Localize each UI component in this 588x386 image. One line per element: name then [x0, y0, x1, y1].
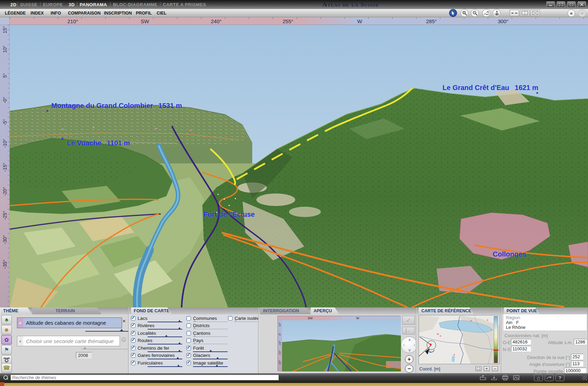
- transparency-slider[interactable]: [148, 327, 182, 330]
- restore-button[interactable]: [567, 1, 576, 8]
- transparency-slider[interactable]: [193, 357, 228, 360]
- transparency-slider[interactable]: [148, 342, 182, 345]
- mode-carte-a-prismes[interactable]: CARTE A PRISMES: [163, 2, 206, 7]
- mode-europe[interactable]: EUROPE: [43, 2, 63, 7]
- ns-field[interactable]: 110032: [511, 346, 531, 352]
- theme-search-input[interactable]: [10, 375, 279, 380]
- checkbox[interactable]: [131, 353, 135, 358]
- profile-dashed-icon[interactable]: [510, 10, 519, 16]
- checkbox[interactable]: [186, 323, 191, 328]
- checkbox[interactable]: [131, 331, 135, 335]
- preview-zoom-out-button[interactable]: −: [405, 365, 413, 373]
- theme-tourism-icon[interactable]: ✿: [1, 335, 12, 344]
- menu-info[interactable]: INFO: [51, 11, 61, 16]
- menu-profil[interactable]: PROFIL: [136, 11, 152, 16]
- year-field[interactable]: 2008: [76, 352, 92, 359]
- transparency-slider[interactable]: [148, 350, 182, 352]
- checkbox[interactable]: [131, 361, 135, 365]
- tab-terrain[interactable]: TERRAIN: [32, 307, 102, 314]
- preview-viewport[interactable]: SW W 10° 0° -10° -20° -30°: [278, 316, 401, 371]
- reference-map[interactable]: [419, 315, 500, 364]
- pan-view-icon[interactable]: [482, 9, 490, 17]
- print-icon[interactable]: [501, 375, 509, 381]
- checkbox[interactable]: [186, 361, 191, 365]
- ref-expand-button[interactable]: [475, 366, 481, 371]
- primary-theme-slider[interactable]: [85, 329, 129, 332]
- transparency-slider[interactable]: [193, 365, 228, 367]
- transparency-slider[interactable]: [148, 365, 182, 367]
- checkbox[interactable]: [131, 316, 135, 321]
- menu-legende[interactable]: LÉGENDE: [5, 11, 26, 16]
- panorama-view[interactable]: Montagne du Grand Colombier1531 m Le Gra…: [10, 25, 588, 307]
- checkbox[interactable]: [131, 338, 135, 343]
- menu-inscription[interactable]: INSCRIPTION: [104, 11, 132, 16]
- theme-population-icon[interactable]: ☻: [1, 325, 12, 334]
- chevron-right-icon[interactable]: ›: [414, 343, 415, 347]
- ref-zoom-out-button[interactable]: −: [492, 366, 498, 371]
- tab-apercu[interactable]: APERÇU: [311, 307, 339, 314]
- chevron-down-icon[interactable]: ∨: [408, 348, 411, 352]
- transparency-slider[interactable]: [148, 335, 182, 338]
- checkbox[interactable]: [186, 338, 191, 343]
- checkbox[interactable]: [131, 323, 135, 328]
- link-icon[interactable]: [545, 374, 554, 381]
- tab-theme[interactable]: THÈME: [0, 307, 32, 314]
- direction-field[interactable]: 252: [571, 354, 583, 360]
- mode-suisse[interactable]: SUISSE: [20, 2, 37, 7]
- transparency-slider[interactable]: [148, 357, 182, 360]
- chevron-up-icon[interactable]: ∧: [408, 338, 411, 342]
- secondary-theme-dropdown[interactable]: ∧ Choisir une seconde carte thématique: [17, 336, 120, 346]
- oe-field[interactable]: 482616: [511, 339, 531, 345]
- menu-ciel[interactable]: CIEL: [157, 11, 166, 16]
- minimize-button[interactable]: [546, 1, 555, 8]
- transparency-slider[interactable]: [193, 320, 228, 323]
- altitude-field[interactable]: 1286: [574, 339, 587, 345]
- home-icon[interactable]: ⌂: [534, 374, 543, 381]
- theme-nature-icon[interactable]: ♣: [1, 315, 12, 324]
- checkbox[interactable]: [186, 346, 191, 350]
- open-file-icon[interactable]: [479, 375, 487, 381]
- transparency-slider[interactable]: [193, 342, 228, 345]
- mode-bloc-diagramme[interactable]: BLOC-DIAGRAMME: [113, 2, 157, 7]
- primary-theme-dropdown[interactable]: ∧ Altitude des cabanes de montagne: [17, 317, 122, 328]
- transparency-slider[interactable]: [193, 327, 228, 330]
- transparency-slider[interactable]: [235, 320, 257, 323]
- zoom-in-icon[interactable]: [460, 9, 468, 17]
- ref-zoom-in-button[interactable]: +: [484, 366, 490, 371]
- checkbox[interactable]: [131, 346, 135, 350]
- close-view-icon[interactable]: [530, 10, 540, 16]
- help-icon[interactable]: ?: [555, 374, 564, 381]
- menu-index[interactable]: INDEX: [30, 11, 44, 16]
- preview-zoom-in-button[interactable]: +: [405, 355, 413, 363]
- back-icon[interactable]: «: [568, 9, 575, 17]
- pointer-icon[interactable]: [449, 9, 457, 17]
- close-button[interactable]: [578, 1, 586, 8]
- mode-panorama[interactable]: PANORAMA: [80, 2, 107, 7]
- split-view-icon[interactable]: [520, 10, 529, 16]
- pan-control[interactable]: ∧ ∨ ‹ ›: [401, 336, 416, 353]
- resize-grip[interactable]: [582, 376, 587, 380]
- zoom-out-icon[interactable]: [471, 9, 479, 17]
- secondary-theme-slider[interactable]: [81, 347, 129, 350]
- checkbox[interactable]: [186, 353, 191, 358]
- checkbox[interactable]: [186, 316, 191, 321]
- checkbox[interactable]: [228, 316, 232, 321]
- checkbox[interactable]: [186, 331, 191, 335]
- close-theme-icon[interactable]: ×: [122, 318, 126, 325]
- save-download-icon[interactable]: [490, 375, 498, 381]
- aperture-field[interactable]: 113: [571, 361, 583, 367]
- export-image-icon[interactable]: [512, 375, 520, 381]
- viewpoint-eye-icon[interactable]: [493, 9, 501, 17]
- chevron-left-icon[interactable]: ‹: [403, 343, 405, 347]
- range-field[interactable]: 100000: [564, 368, 586, 373]
- mode-2d[interactable]: 2D: [10, 2, 16, 7]
- theme-phone-icon[interactable]: ☎: [1, 363, 12, 372]
- transparency-slider[interactable]: [193, 350, 228, 352]
- theme-flag-icon[interactable]: ⚑: [1, 345, 12, 354]
- transparency-slider[interactable]: [193, 335, 228, 338]
- tab-interrogation[interactable]: INTERROGATION: [260, 307, 311, 314]
- mode-3d[interactable]: 3D: [69, 2, 74, 7]
- transparency-slider[interactable]: [148, 320, 182, 323]
- maximize-button[interactable]: [557, 1, 565, 8]
- menu-comparaison[interactable]: COMPARAISON: [68, 11, 100, 16]
